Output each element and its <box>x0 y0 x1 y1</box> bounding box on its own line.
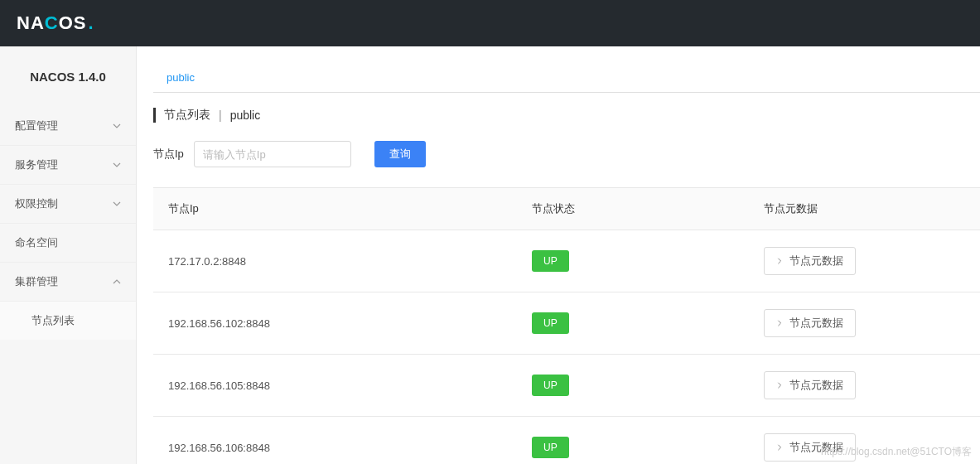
chevron-up-icon <box>113 278 121 286</box>
sidebar-item-cluster[interactable]: 集群管理 <box>0 263 136 302</box>
sidebar-item-auth[interactable]: 权限控制 <box>0 185 136 224</box>
status-badge: UP <box>532 250 569 272</box>
tab-public[interactable]: public <box>153 63 208 92</box>
chevron-down-icon <box>113 161 121 169</box>
main-content: public 节点列表 | public 节点Ip 查询 节点Ip 节点状态 节… <box>137 46 980 464</box>
tab-bar: public <box>153 63 980 93</box>
metadata-button[interactable]: 节点元数据 <box>764 247 856 275</box>
sidebar: NACOS 1.4.0 配置管理 服务管理 权限控制 命名空间 <box>0 46 137 464</box>
cell-ip: 192.168.56.105:8848 <box>153 355 517 417</box>
chevron-right-icon <box>776 258 783 264</box>
chevron-right-icon <box>776 382 783 389</box>
sidebar-item-label: 权限控制 <box>15 196 58 211</box>
table-row: 192.168.56.102:8848UP节点元数据 <box>153 292 980 355</box>
chevron-right-icon <box>776 444 783 451</box>
sidebar-item-label: 配置管理 <box>15 118 58 133</box>
cell-status: UP <box>517 230 748 292</box>
metadata-button-label: 节点元数据 <box>789 378 843 393</box>
cell-meta: 节点元数据 <box>749 417 980 465</box>
metadata-button-label: 节点元数据 <box>789 316 843 331</box>
cell-status: UP <box>517 417 748 465</box>
metadata-button[interactable]: 节点元数据 <box>764 371 856 399</box>
status-badge: UP <box>532 312 569 334</box>
chevron-down-icon <box>113 200 121 208</box>
cell-status: UP <box>517 355 748 417</box>
search-button[interactable]: 查询 <box>374 141 426 167</box>
chevron-right-icon <box>776 320 783 326</box>
metadata-button-label: 节点元数据 <box>789 440 843 455</box>
title-sub: public <box>230 109 261 122</box>
table-header-ip: 节点Ip <box>153 188 517 230</box>
sidebar-item-label: 服务管理 <box>15 157 58 172</box>
metadata-button-label: 节点元数据 <box>789 254 843 268</box>
title-separator: | <box>219 109 222 122</box>
cell-ip: 172.17.0.2:8848 <box>153 230 517 292</box>
cell-ip: 192.168.56.102:8848 <box>153 292 517 355</box>
status-badge: UP <box>532 437 569 458</box>
metadata-button[interactable]: 节点元数据 <box>764 433 856 462</box>
sidebar-item-label: 集群管理 <box>15 274 58 289</box>
header: NACOS. <box>0 0 980 46</box>
sidebar-item-namespace[interactable]: 命名空间 <box>0 224 136 263</box>
table-header-meta: 节点元数据 <box>749 188 980 230</box>
node-table: 节点Ip 节点状态 节点元数据 172.17.0.2:8848UP节点元数据19… <box>153 187 980 464</box>
sidebar-subitem-nodelist[interactable]: 节点列表 <box>0 302 136 340</box>
page-title: 节点列表 | public <box>153 108 980 123</box>
title-main: 节点列表 <box>164 108 210 123</box>
cell-status: UP <box>517 292 748 355</box>
version-label: NACOS 1.4.0 <box>0 46 136 107</box>
status-badge: UP <box>532 375 569 396</box>
sidebar-item-config[interactable]: 配置管理 <box>0 107 136 146</box>
search-row: 节点Ip 查询 <box>153 141 980 167</box>
search-label: 节点Ip <box>153 147 184 162</box>
cell-meta: 节点元数据 <box>749 292 980 355</box>
chevron-down-icon <box>113 122 121 130</box>
logo[interactable]: NACOS. <box>17 12 94 34</box>
logo-text: NACOS. <box>17 12 94 34</box>
table-header-status: 节点状态 <box>517 188 748 230</box>
table-row: 192.168.56.106:8848UP节点元数据 <box>153 417 980 465</box>
cell-ip: 192.168.56.106:8848 <box>153 417 517 465</box>
sidebar-item-label: 命名空间 <box>15 235 58 250</box>
table-row: 172.17.0.2:8848UP节点元数据 <box>153 230 980 292</box>
table-row: 192.168.56.105:8848UP节点元数据 <box>153 355 980 417</box>
node-ip-input[interactable] <box>194 141 351 167</box>
cell-meta: 节点元数据 <box>749 230 980 292</box>
sidebar-item-service[interactable]: 服务管理 <box>0 146 136 185</box>
metadata-button[interactable]: 节点元数据 <box>764 309 856 337</box>
cell-meta: 节点元数据 <box>749 355 980 417</box>
title-bar-icon <box>153 108 156 123</box>
